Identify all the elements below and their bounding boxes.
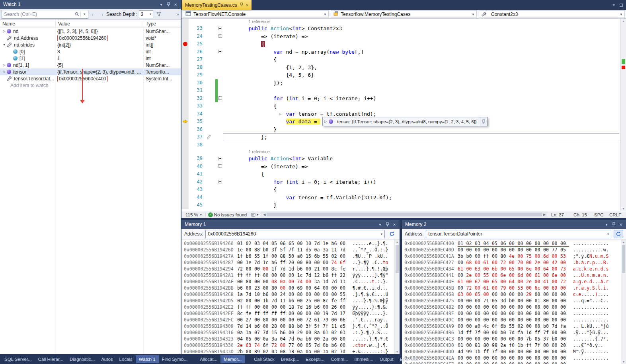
toolbar-overflow-icon[interactable] [176, 12, 179, 17]
project-dropdown[interactable]: TensorFlowNET.Console ▾ [183, 10, 329, 18]
code-text[interactable]: {1, 2, 3}, [224, 64, 620, 72]
breakpoint-gutter[interactable] [181, 170, 189, 178]
hex-bytes[interactable]: 01008180982af01bff7f000020 [458, 342, 569, 348]
close-icon[interactable] [391, 221, 398, 228]
hex-bytes[interactable]: 0068006100720070002e004200 [458, 259, 569, 266]
code-line[interactable]: 38 [181, 141, 620, 149]
watch-row[interactable]: nd.Address0x000002556b194260void* [0, 35, 181, 41]
memory-row[interactable]: 0x000002556B0EC45B0072006100790053006c00… [404, 285, 621, 291]
memory-row[interactable]: 0x000002556B0EC40D0000000000000000000000… [404, 247, 621, 253]
hex-bytes[interactable]: 0072006100790053006c006900 [458, 285, 569, 291]
memory2-titlebar[interactable]: Memory 2 [402, 220, 626, 229]
bottom-tab[interactable]: Call Stack [251, 355, 278, 363]
type-dropdown[interactable]: Tensorflow.MemoryTestingCases ▾ [331, 10, 477, 18]
hex-bytes[interactable]: 63006500000000002900000000 [458, 291, 569, 298]
code-line[interactable]: 30 }); [181, 79, 620, 87]
hex-bytes[interactable]: 00000000000000000000000000 [458, 304, 569, 310]
hex-bytes[interactable]: 00000000000000000000000000 [458, 310, 569, 317]
bottom-tab[interactable]: Find Symb... [159, 355, 191, 363]
watch-name-cell[interactable]: nd.Address [0, 35, 56, 41]
breakpoint-gutter[interactable] [181, 40, 189, 48]
breakpoint-gutter[interactable] [181, 25, 189, 33]
breakpoint-gutter[interactable] [181, 71, 189, 79]
scroll-up-icon[interactable]: ▲ [621, 19, 626, 23]
watch-name-cell[interactable]: tensor.TensorDat... [0, 76, 56, 82]
bottom-tab[interactable]: Comm... [328, 355, 351, 363]
code-line[interactable]: 41 { [181, 170, 620, 178]
search-box[interactable]: ▾ [2, 10, 88, 19]
scrollbar-thumb[interactable] [622, 245, 625, 273]
breakpoint-gutter[interactable] [181, 149, 189, 155]
memory-row[interactable]: 0x000002556B1942AE00800000080a0074003a1d… [184, 278, 394, 285]
code-text[interactable]: {4, 5, 6} [224, 71, 620, 79]
collapse-region-icon[interactable] [218, 96, 222, 100]
code-line[interactable]: 33 { [181, 102, 620, 110]
watch-value-cell[interactable]: {[[1, 2, 3], [4, 5, 6]]} [56, 29, 143, 34]
window-position-icon[interactable] [376, 221, 384, 228]
memory-row[interactable]: 0x000002556B19427A1fb6551f008850a0156b55… [184, 253, 394, 259]
hex-bytes[interactable]: 2b0089020308180a0a003a027d [237, 348, 349, 354]
search-input[interactable] [2, 12, 73, 17]
close-icon[interactable] [617, 221, 624, 228]
expand-icon[interactable]: ▷ [2, 63, 7, 67]
memory-row[interactable]: 0x000002556B1942EF8cfeffffffff0000000019… [184, 310, 394, 317]
collapse-region-icon[interactable] [218, 157, 222, 160]
hex-bytes[interactable]: 00000000000000000000000000 [458, 317, 569, 323]
code-text[interactable] [224, 141, 620, 149]
hex-bytes[interactable]: 4d991bff7f0000000000000000 [458, 348, 569, 355]
code-line[interactable]: 36 } [181, 126, 620, 134]
watch-titlebar[interactable]: Watch 1 [0, 0, 181, 9]
hex-bytes[interactable]: 610063006b0065006e00640073 [458, 266, 569, 272]
code-text[interactable]: 1 reference [224, 149, 620, 155]
scroll-down-icon[interactable]: ▼ [621, 359, 626, 364]
pin-icon[interactable] [384, 221, 391, 228]
bottom-tab[interactable]: Watch 1 [136, 355, 159, 363]
bottom-tab[interactable]: Excepti... [302, 355, 328, 363]
memory-row[interactable]: 0x000002556B0EC47500000071053db000000180… [404, 298, 621, 304]
memory-row[interactable]: 0x000002556B0EC44E61006700650064002e0041… [404, 278, 621, 285]
watch-value-cell[interactable]: 3 [56, 49, 143, 55]
scroll-left-icon[interactable]: ◀ [262, 212, 267, 217]
bottom-tab[interactable]: Locals [116, 355, 136, 363]
memory1-scrollbar[interactable]: ▲ ▼ [394, 239, 400, 354]
memory-row[interactable]: 0x000002556B1942BBb600230080000069006400… [184, 285, 394, 291]
bottom-tab[interactable]: Diagnostic... [66, 355, 98, 363]
hex-bytes[interactable]: 00000071053db0000001800000 [458, 298, 569, 304]
memory1-address-input[interactable]: 0x000002556B194260 ▾ [205, 230, 385, 238]
hex-bytes[interactable]: 7d14b600280088b03f5f7f11d5 [237, 323, 349, 329]
code-line[interactable]: 27 { [181, 56, 620, 64]
memory-row[interactable]: 0x000002556B194287001e7d1cb6ff2000800000… [184, 259, 394, 266]
hex-bytes[interactable]: ffffff000000001c7d12b6ff22 [237, 272, 349, 278]
code-line[interactable]: 37 }; [181, 133, 620, 141]
breakpoint-gutter[interactable] [181, 186, 189, 194]
scroll-down-icon[interactable]: ▼ [395, 349, 400, 354]
breakpoint-gutter[interactable] [181, 155, 189, 163]
watch-row[interactable]: ▷tensor{tf.Tensor: shape=(2, 3), dtype=u… [0, 68, 181, 75]
breakpoint-icon[interactable] [183, 42, 187, 46]
datatip[interactable]: ▷ tensor {tf.Tensor: shape=(2, 3), dtype… [322, 117, 488, 126]
hex-bytes[interactable]: 2e63746f72007700057d0bb600 [237, 342, 349, 348]
line-ending-indicator[interactable]: CRLF [608, 212, 624, 217]
code-line[interactable]: 40 => (iterate) => [181, 163, 620, 171]
watch-name-cell[interactable]: ▷nd[1, 1] [0, 62, 56, 68]
hex-bytes[interactable]: ffff00000000187d16b6002600 [237, 304, 349, 310]
memory-row[interactable]: 0x000002556B0EC4C300000000000000007b0537… [404, 336, 621, 342]
code-line[interactable]: 25 { [181, 40, 620, 48]
memory-row[interactable]: 0x000002556B1943097d14b600280088b03f5f7f… [184, 323, 394, 329]
code-text[interactable]: { [224, 102, 620, 110]
memory-row[interactable]: 0x000002556B1942A1ffffff000000001c7d12b6… [184, 272, 394, 278]
code-line[interactable]: 28 {1, 2, 3}, [181, 64, 620, 72]
hex-bytes[interactable]: 0000a04c0f6b55020000b07dfa [458, 323, 569, 329]
hex-bytes[interactable]: 1e0088b03f5f7f11d50a3a117d [237, 247, 349, 253]
memory-row[interactable]: 0x000002556B0EC434610063006b0065006e0064… [404, 266, 621, 272]
watch-row[interactable]: ▾nd.strides{int[2]}int[] [0, 41, 181, 48]
scroll-right-icon[interactable]: ▶ [542, 212, 547, 217]
expand-icon[interactable]: ▷ [2, 29, 7, 33]
bottom-tab[interactable]: SQL Server... [1, 355, 35, 363]
code-text[interactable]: public Action<int> Variable [224, 155, 620, 163]
member-dropdown[interactable]: Constant2x3 ▾ [479, 10, 625, 18]
code-text[interactable]: { [224, 56, 620, 64]
watch-row[interactable]: tensor.TensorDat...0x000002556b0ec400Sys… [0, 75, 181, 82]
hex-bytes[interactable]: 001e7d1cb6ff2000800000746f [237, 259, 349, 266]
hex-bytes[interactable]: b6002300800000690064000000 [237, 285, 349, 291]
